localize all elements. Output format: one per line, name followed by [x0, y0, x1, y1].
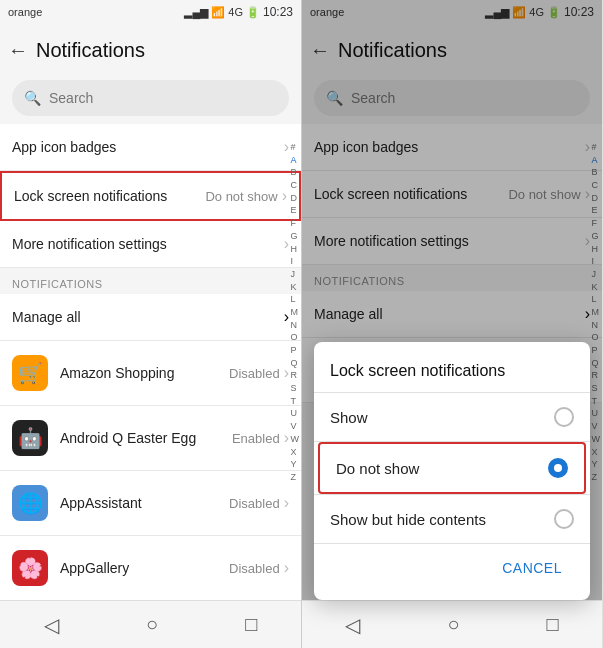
amazon-icon: 🛒 [12, 355, 48, 391]
dialog-option-do-not-show[interactable]: Do not show [318, 442, 586, 494]
back-arrow-icon[interactable]: ← [8, 39, 28, 62]
right-home-nav-icon[interactable]: ○ [447, 613, 459, 636]
left-status-icons: ▂▄▆ 📶 4G 🔋 10:23 [184, 5, 293, 19]
amazon-status: Disabled [229, 366, 280, 381]
left-time: 10:23 [263, 5, 293, 19]
left-panel: orange ▂▄▆ 📶 4G 🔋 10:23 ← Notifications … [0, 0, 301, 648]
left-lock-screen-value: Do not show [205, 189, 277, 204]
android-q-icon: 🤖 [12, 420, 48, 456]
left-lock-screen-notifications[interactable]: Lock screen notifications Do not show › [0, 171, 301, 221]
left-amazon[interactable]: 🛒 Amazon Shopping Disabled › [0, 341, 301, 406]
chevron-icon: › [282, 187, 287, 205]
left-header: ← Notifications [0, 24, 301, 76]
left-status-bar: orange ▂▄▆ 📶 4G 🔋 10:23 [0, 0, 301, 24]
chevron-icon: › [284, 559, 289, 577]
left-appgallery[interactable]: 🌸 AppGallery Disabled › [0, 536, 301, 600]
left-search-icon: 🔍 [24, 90, 41, 106]
battery-icon: 🔋 [246, 6, 260, 19]
appgallery-status: Disabled [229, 561, 280, 576]
left-search-input[interactable] [49, 90, 277, 106]
signal-icon: ▂▄▆ [184, 6, 208, 19]
dialog-actions: CANCEL [314, 544, 590, 600]
android-q-status: Enabled [232, 431, 280, 446]
left-app-assistant[interactable]: 🌐 AppAssistant Disabled › [0, 471, 301, 536]
radio-do-not-show[interactable] [548, 458, 568, 478]
left-search-bar[interactable]: 🔍 [12, 80, 289, 116]
right-back-nav-icon[interactable]: ◁ [345, 613, 360, 637]
left-nav-bar: ◁ ○ □ [0, 600, 301, 648]
left-carrier: orange [8, 6, 42, 18]
app-assistant-icon: 🌐 [12, 485, 48, 521]
left-app-icon-badges[interactable]: App icon badges › [0, 124, 301, 171]
wifi-icon: 📶 [211, 6, 225, 19]
left-more-notif-settings[interactable]: More notification settings › [0, 221, 301, 268]
dialog-cancel-button[interactable]: CANCEL [490, 552, 574, 584]
left-settings-list: App icon badges › Lock screen notificati… [0, 124, 301, 600]
recents-nav-icon[interactable]: □ [245, 613, 257, 636]
left-section-header: NOTIFICATIONS [0, 268, 301, 294]
left-alphabet-sidebar: # A B C D E F G H I J K L M N O P Q R S … [289, 140, 302, 486]
home-nav-icon[interactable]: ○ [146, 613, 158, 636]
radio-show[interactable] [554, 407, 574, 427]
lock-screen-dialog: Lock screen notifications Show Do not sh… [314, 342, 590, 600]
appgallery-icon: 🌸 [12, 550, 48, 586]
dialog-title: Lock screen notifications [314, 342, 590, 392]
chevron-icon: › [284, 494, 289, 512]
network-icon: 4G [228, 6, 243, 18]
left-manage-all[interactable]: Manage all › [0, 294, 301, 341]
dialog-option-show[interactable]: Show [314, 393, 590, 441]
back-nav-icon[interactable]: ◁ [44, 613, 59, 637]
right-recents-nav-icon[interactable]: □ [546, 613, 558, 636]
left-android-q[interactable]: 🤖 Android Q Easter Egg Enabled › [0, 406, 301, 471]
dialog-option-show-hide[interactable]: Show but hide contents [314, 495, 590, 543]
left-page-title: Notifications [36, 39, 145, 62]
right-panel: orange ▂▄▆ 📶 4G 🔋 10:23 ← Notifications … [301, 0, 602, 648]
app-assistant-status: Disabled [229, 496, 280, 511]
right-nav-bar: ◁ ○ □ [302, 600, 602, 648]
radio-show-hide[interactable] [554, 509, 574, 529]
